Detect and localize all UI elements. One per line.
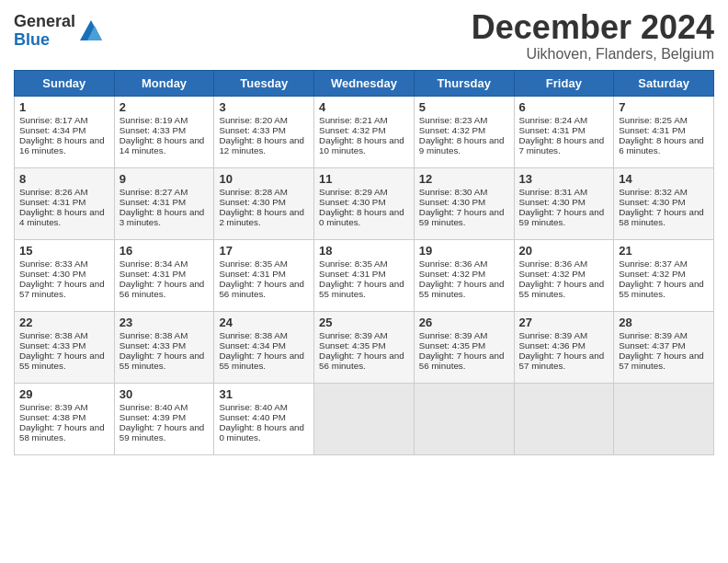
- calendar-cell: [414, 383, 514, 454]
- header-wednesday: Wednesday: [314, 70, 415, 96]
- day-number: 6: [519, 100, 609, 114]
- daylight-label: Daylight: 8 hours and 7 minutes.: [519, 135, 605, 155]
- sunrise-label: Sunrise: 8:37 AM: [619, 259, 688, 269]
- daylight-label: Daylight: 8 hours and 4 minutes.: [19, 207, 105, 227]
- daylight-label: Daylight: 8 hours and 9 minutes.: [419, 135, 505, 155]
- sunset-label: Sunset: 4:31 PM: [119, 269, 186, 279]
- calendar-cell: 8Sunrise: 8:26 AMSunset: 4:31 PMDaylight…: [15, 167, 115, 239]
- daylight-label: Daylight: 7 hours and 57 minutes.: [519, 350, 605, 371]
- sunrise-label: Sunrise: 8:29 AM: [319, 187, 388, 197]
- day-number: 13: [519, 172, 609, 186]
- daylight-label: Daylight: 7 hours and 59 minutes.: [119, 422, 205, 442]
- calendar-cell: [314, 383, 415, 454]
- sunrise-label: Sunrise: 8:38 AM: [219, 330, 288, 340]
- calendar-cell: 5Sunrise: 8:23 AMSunset: 4:32 PMDaylight…: [414, 96, 514, 167]
- calendar-week-row: 15Sunrise: 8:33 AMSunset: 4:30 PMDayligh…: [15, 239, 714, 311]
- daylight-label: Daylight: 8 hours and 0 minutes.: [319, 207, 404, 227]
- header-tuesday: Tuesday: [214, 70, 314, 96]
- sunset-label: Sunset: 4:31 PM: [519, 125, 586, 135]
- sunset-label: Sunset: 4:34 PM: [19, 125, 85, 135]
- sunset-label: Sunset: 4:30 PM: [519, 197, 586, 207]
- daylight-label: Daylight: 7 hours and 55 minutes.: [619, 279, 704, 299]
- calendar-cell: 11Sunrise: 8:29 AMSunset: 4:30 PMDayligh…: [314, 167, 415, 239]
- sunset-label: Sunset: 4:32 PM: [519, 269, 586, 279]
- calendar-cell: 9Sunrise: 8:27 AMSunset: 4:31 PMDaylight…: [114, 167, 214, 239]
- daylight-label: Daylight: 7 hours and 55 minutes.: [19, 350, 105, 371]
- sunset-label: Sunset: 4:36 PM: [519, 340, 586, 350]
- sunrise-label: Sunrise: 8:20 AM: [219, 115, 288, 125]
- sunrise-label: Sunrise: 8:30 AM: [419, 187, 488, 197]
- day-number: 12: [419, 172, 509, 186]
- sunrise-label: Sunrise: 8:25 AM: [619, 115, 688, 125]
- day-number: 2: [119, 100, 210, 114]
- calendar-cell: 21Sunrise: 8:37 AMSunset: 4:32 PMDayligh…: [614, 239, 714, 311]
- sunset-label: Sunset: 4:31 PM: [119, 197, 186, 207]
- logo-blue: Blue: [14, 30, 50, 49]
- sunrise-label: Sunrise: 8:34 AM: [119, 259, 188, 269]
- day-number: 7: [619, 100, 709, 114]
- daylight-label: Daylight: 7 hours and 55 minutes.: [519, 279, 605, 299]
- daylight-label: Daylight: 8 hours and 3 minutes.: [119, 207, 205, 227]
- daylight-label: Daylight: 7 hours and 56 minutes.: [119, 279, 205, 299]
- sunset-label: Sunset: 4:33 PM: [119, 340, 186, 350]
- day-number: 8: [19, 172, 109, 186]
- sunrise-label: Sunrise: 8:24 AM: [519, 115, 588, 125]
- calendar-week-row: 8Sunrise: 8:26 AMSunset: 4:31 PMDaylight…: [15, 167, 714, 239]
- calendar-cell: 30Sunrise: 8:40 AMSunset: 4:39 PMDayligh…: [114, 383, 214, 454]
- day-number: 14: [619, 172, 709, 186]
- sunrise-label: Sunrise: 8:35 AM: [219, 259, 288, 269]
- day-number: 22: [19, 316, 109, 329]
- daylight-label: Daylight: 7 hours and 56 minutes.: [319, 350, 404, 371]
- subtitle: Uikhoven, Flanders, Belgium: [472, 46, 714, 63]
- daylight-label: Daylight: 7 hours and 57 minutes.: [619, 350, 704, 371]
- day-number: 4: [319, 100, 409, 114]
- sunset-label: Sunset: 4:38 PM: [19, 412, 85, 422]
- daylight-label: Daylight: 8 hours and 16 minutes.: [19, 135, 105, 155]
- calendar-week-row: 29Sunrise: 8:39 AMSunset: 4:38 PMDayligh…: [15, 383, 714, 454]
- calendar-cell: 2Sunrise: 8:19 AMSunset: 4:33 PMDaylight…: [114, 96, 214, 167]
- daylight-label: Daylight: 7 hours and 58 minutes.: [19, 422, 105, 442]
- calendar-cell: 22Sunrise: 8:38 AMSunset: 4:33 PMDayligh…: [15, 311, 115, 383]
- day-number: 17: [219, 244, 309, 258]
- page-container: General Blue December 2024 Uikhoven, Fla…: [0, 0, 728, 465]
- daylight-label: Daylight: 8 hours and 0 minutes.: [219, 422, 304, 442]
- day-number: 5: [419, 100, 509, 114]
- day-number: 16: [119, 244, 210, 258]
- sunrise-label: Sunrise: 8:26 AM: [19, 187, 88, 197]
- calendar-cell: 31Sunrise: 8:40 AMSunset: 4:40 PMDayligh…: [214, 383, 314, 454]
- day-number: 31: [219, 387, 309, 401]
- logo: General Blue: [14, 13, 104, 50]
- sunset-label: Sunset: 4:35 PM: [319, 340, 385, 350]
- sunset-label: Sunset: 4:32 PM: [619, 269, 685, 279]
- sunset-label: Sunset: 4:37 PM: [619, 340, 685, 350]
- header-sunday: Sunday: [15, 70, 115, 96]
- sunrise-label: Sunrise: 8:19 AM: [119, 115, 188, 125]
- day-number: 11: [319, 172, 409, 186]
- sunset-label: Sunset: 4:30 PM: [219, 197, 285, 207]
- sunrise-label: Sunrise: 8:32 AM: [619, 187, 688, 197]
- sunset-label: Sunset: 4:40 PM: [219, 412, 285, 422]
- header-thursday: Thursday: [414, 70, 514, 96]
- day-number: 3: [219, 100, 309, 114]
- calendar-cell: 4Sunrise: 8:21 AMSunset: 4:32 PMDaylight…: [314, 96, 415, 167]
- daylight-label: Daylight: 7 hours and 59 minutes.: [519, 207, 605, 227]
- day-number: 21: [619, 244, 709, 258]
- calendar-cell: 26Sunrise: 8:39 AMSunset: 4:35 PMDayligh…: [414, 311, 514, 383]
- daylight-label: Daylight: 8 hours and 12 minutes.: [219, 135, 304, 155]
- sunset-label: Sunset: 4:39 PM: [119, 412, 186, 422]
- sunset-label: Sunset: 4:30 PM: [319, 197, 385, 207]
- calendar-week-row: 22Sunrise: 8:38 AMSunset: 4:33 PMDayligh…: [15, 311, 714, 383]
- sunrise-label: Sunrise: 8:27 AM: [119, 187, 188, 197]
- daylight-label: Daylight: 8 hours and 10 minutes.: [319, 135, 404, 155]
- sunset-label: Sunset: 4:32 PM: [319, 125, 385, 135]
- header-saturday: Saturday: [614, 70, 714, 96]
- calendar-cell: [614, 383, 714, 454]
- calendar-cell: 15Sunrise: 8:33 AMSunset: 4:30 PMDayligh…: [15, 239, 115, 311]
- day-number: 28: [619, 316, 709, 329]
- sunset-label: Sunset: 4:32 PM: [419, 269, 485, 279]
- header: General Blue December 2024 Uikhoven, Fla…: [14, 9, 714, 63]
- calendar-cell: 23Sunrise: 8:38 AMSunset: 4:33 PMDayligh…: [114, 311, 214, 383]
- sunrise-label: Sunrise: 8:28 AM: [219, 187, 288, 197]
- sunrise-label: Sunrise: 8:35 AM: [319, 259, 388, 269]
- calendar-cell: [514, 383, 614, 454]
